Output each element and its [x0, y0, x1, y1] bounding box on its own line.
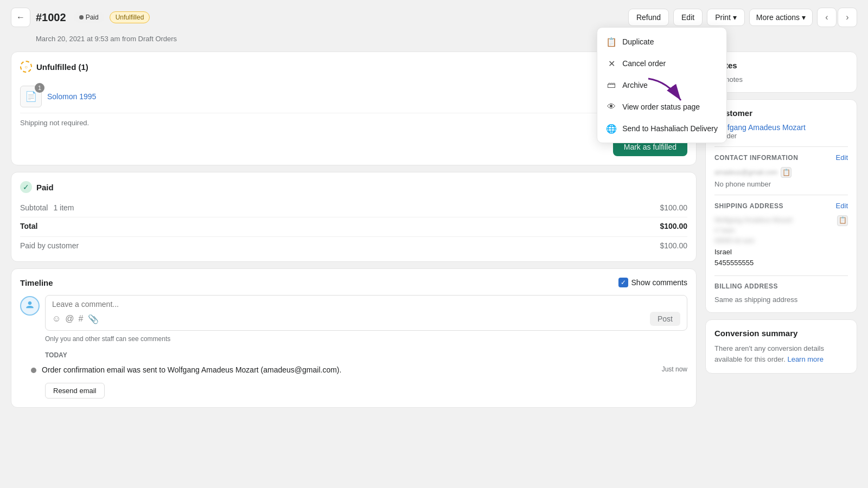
send-delivery-label: Send to Hashaliach Delivery — [622, 124, 718, 133]
subtotal-row: Subtotal 1 item $100.00 — [20, 201, 687, 215]
post-comment-button[interactable]: Post — [650, 312, 680, 326]
subtotal-label: Subtotal — [20, 203, 48, 212]
view-status-label: View order status page — [622, 102, 700, 111]
left-column: ○ Unfulfilled (1) 📄 1 Solomon 1995 $100.… — [11, 52, 697, 408]
item-qty-badge: 1 — [35, 83, 44, 93]
timeline-event-dot — [31, 368, 36, 373]
copy-address-button[interactable]: 📋 — [837, 215, 848, 226]
no-phone-text: No phone number — [714, 180, 848, 188]
show-comments-checkbox-icon: ✓ — [618, 278, 628, 287]
item-doc-icon: 📄 — [25, 91, 37, 102]
unfulfilled-badge: Unfulfilled — [110, 11, 150, 23]
paid-icon: ✓ — [20, 181, 32, 193]
cancel-icon: ✕ — [606, 58, 617, 69]
learn-more-link[interactable]: Learn more — [787, 355, 823, 363]
shipping-edit-link[interactable]: Edit — [836, 202, 848, 210]
unfulfilled-header: ○ Unfulfilled (1) — [20, 61, 687, 73]
shipping-line2-blurred: 00000 tel aviv — [714, 236, 837, 246]
archive-option[interactable]: 🗃 Archive — [597, 74, 726, 96]
unfulfilled-card: ○ Unfulfilled (1) 📄 1 Solomon 1995 $100.… — [11, 52, 697, 165]
page-header: ← #1002 Paid Unfulfilled Refund Edit Pri… — [11, 0, 857, 35]
contact-edit-link[interactable]: Edit — [836, 153, 848, 162]
paid-by-amount: $100.00 — [660, 241, 687, 250]
shipping-address-title: SHIPPING ADDRESS — [714, 202, 783, 210]
comment-input[interactable] — [52, 300, 680, 309]
timeline-header: Timeline ✓ Show comments — [20, 278, 687, 287]
right-column: Notes No notes Customer Wolfgang Amadeus… — [705, 52, 857, 408]
resend-email-button[interactable]: Resend email — [45, 383, 105, 399]
attachment-icon[interactable]: 📎 — [88, 314, 99, 324]
billing-address-header: BILLING ADDRESS — [714, 282, 848, 290]
edit-button[interactable]: Edit — [673, 9, 703, 26]
order-subtitle: March 20, 2021 at 9:53 am from Draft Ord… — [36, 35, 857, 43]
customer-orders-count: 1 order — [714, 132, 848, 140]
timeline-title: Timeline — [20, 278, 53, 287]
hashtag-icon[interactable]: # — [79, 314, 84, 324]
more-actions-chevron-icon: ▾ — [802, 13, 806, 22]
paid-badge: Paid — [74, 12, 104, 23]
print-chevron-icon: ▾ — [733, 13, 737, 22]
back-button[interactable]: ← — [11, 8, 30, 27]
header-actions: Refund Edit Print ▾ More actions ▾ ‹ › — [628, 8, 857, 27]
mark-fulfilled-container: Mark as fulfilled — [20, 132, 687, 156]
show-comments-label: Show comments — [631, 278, 687, 287]
user-avatar — [20, 296, 40, 316]
billing-address-title: BILLING ADDRESS — [714, 282, 778, 290]
more-actions-button[interactable]: More actions ▾ — [749, 9, 813, 26]
item-name-link[interactable]: Solomon 1995 — [47, 92, 598, 101]
order-number: #1002 — [36, 11, 66, 24]
contact-email-row: amadeus@gmail.com 📋 — [714, 167, 848, 178]
billing-same-as-note: Same as shipping address — [714, 296, 848, 304]
unfulfilled-icon: ○ — [20, 61, 32, 73]
timeline-event: Order confirmation email was sent to Wol… — [31, 365, 687, 374]
show-comments-toggle[interactable]: ✓ Show comments — [618, 278, 687, 287]
total-label: Total — [20, 222, 37, 230]
more-actions-label: More actions — [756, 13, 800, 22]
view-status-option[interactable]: 👁 View order status page — [597, 96, 726, 118]
conversion-text: There aren't any conversion details avai… — [714, 343, 848, 364]
conversion-title: Conversion summary — [714, 329, 797, 338]
archive-label: Archive — [622, 81, 648, 89]
duplicate-icon: 📋 — [606, 36, 617, 47]
shipping-country: Israel — [714, 247, 837, 258]
next-order-button[interactable]: › — [838, 8, 857, 27]
shipping-line1-blurred: 4 'town — [714, 226, 837, 236]
notes-header: Notes — [714, 61, 848, 70]
email-text: amadeus@gmail.com — [714, 169, 777, 176]
item-thumbnail: 📄 1 — [20, 86, 42, 107]
shipping-address-text: Wolfgang Amadeus Mozart 4 'town 00000 te… — [714, 215, 837, 269]
contact-info-header: CONTACT INFORMATION Edit — [714, 153, 848, 162]
paid-card: ✓ Paid Subtotal 1 item $100.00 Total $10… — [11, 172, 697, 262]
paid-header: ✓ Paid — [20, 181, 687, 193]
comment-input-row: ☺ @ # 📎 Post — [20, 295, 687, 331]
conversion-card: Conversion summary There aren't any conv… — [705, 319, 857, 374]
copy-email-button[interactable]: 📋 — [781, 167, 792, 178]
notes-card: Notes No notes — [705, 52, 857, 93]
print-button[interactable]: Print ▾ — [707, 9, 745, 26]
navigation-arrows: ‹ › — [817, 8, 857, 27]
send-delivery-option[interactable]: 🌐 Send to Hashaliach Delivery — [597, 118, 726, 139]
shipping-phone: 5455555555 — [714, 258, 837, 269]
eye-icon: 👁 — [606, 101, 617, 112]
paid-by-label: Paid by customer — [20, 241, 79, 250]
emoji-icon[interactable]: ☺ — [52, 314, 61, 324]
refund-button[interactable]: Refund — [628, 9, 669, 26]
prev-order-button[interactable]: ‹ — [817, 8, 837, 27]
duplicate-option[interactable]: 📋 Duplicate — [597, 31, 726, 53]
comment-toolbar: ☺ @ # 📎 Post — [52, 312, 680, 326]
no-notes-text: No notes — [714, 75, 848, 84]
cancel-order-option[interactable]: ✕ Cancel order — [597, 53, 726, 74]
timeline-event-time: Just now — [662, 365, 687, 373]
mention-icon[interactable]: @ — [65, 314, 74, 324]
timeline-card: Timeline ✓ Show comments — [11, 268, 697, 408]
paid-title: Paid — [36, 183, 54, 192]
print-label: Print — [715, 13, 731, 22]
comment-input-wrapper: ☺ @ # 📎 Post — [45, 295, 687, 331]
customer-name-link[interactable]: Wolfgang Amadeus Mozart — [714, 123, 806, 132]
delivery-icon: 🌐 — [606, 123, 617, 134]
unfulfilled-title: Unfulfilled (1) — [36, 62, 88, 72]
contact-info-title: CONTACT INFORMATION — [714, 154, 798, 162]
subtotal-qty: 1 item — [53, 203, 74, 212]
total-row: Total $100.00 — [20, 217, 687, 233]
total-amount: $100.00 — [660, 222, 687, 230]
